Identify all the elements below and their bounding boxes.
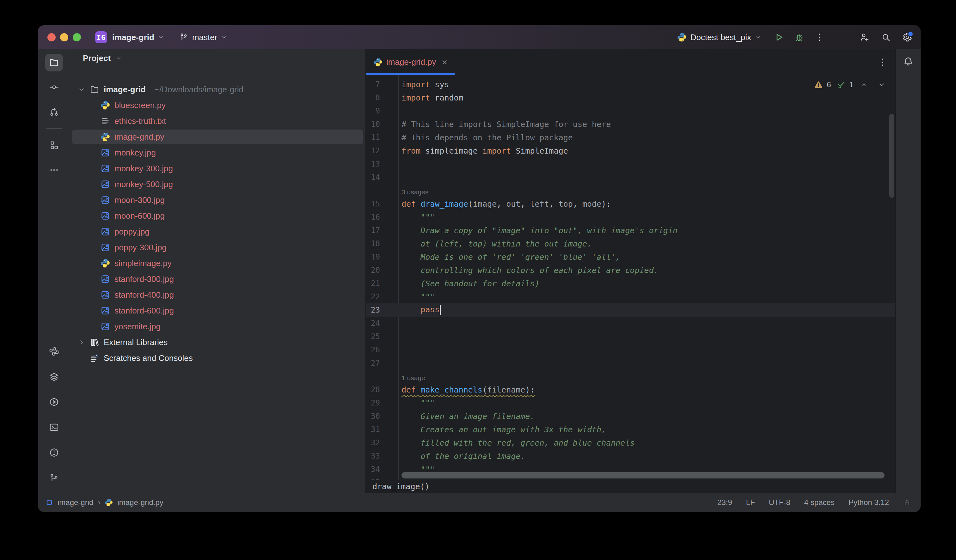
code-line-10[interactable]: 10# This line imports SimpleImage for us… <box>366 118 895 131</box>
project-badge[interactable]: IG <box>95 31 107 43</box>
chevron-down-icon[interactable] <box>78 86 85 93</box>
tree-item-monkey-300-jpg[interactable]: monkey-300.jpg <box>70 160 365 176</box>
line-number[interactable]: 20 <box>366 266 398 275</box>
encoding-widget[interactable]: UTF-8 <box>769 498 790 507</box>
code-line-14[interactable]: 14 <box>366 171 895 184</box>
tree-item-image-grid-py[interactable]: image-grid.py <box>70 129 365 145</box>
tool-stripe-button-pull-request-icon[interactable] <box>45 103 63 121</box>
code-line-29[interactable]: 29 """ <box>366 396 895 409</box>
line-number[interactable]: 25 <box>366 332 398 341</box>
line-number[interactable]: 12 <box>366 146 398 155</box>
tree-item-stanford-400-jpg[interactable]: stanford-400.jpg <box>70 287 365 303</box>
tree-item-poppy-jpg[interactable]: poppy.jpg <box>70 224 365 240</box>
breadcrumb-function[interactable]: draw_image() <box>373 482 429 491</box>
chevron-up-icon[interactable] <box>860 81 868 89</box>
code-line-11[interactable]: 11# This depends on the Pillow package <box>366 131 895 144</box>
line-number[interactable]: 24 <box>366 319 398 328</box>
code-line-12[interactable]: 12from simpleimage import SimpleImage <box>366 144 895 157</box>
code-with-me-add-user-icon[interactable] <box>859 32 870 42</box>
run-configuration[interactable]: Doctest best_pix <box>690 33 751 42</box>
notifications-bell-icon[interactable] <box>903 56 914 67</box>
line-number[interactable]: 9 <box>366 107 398 115</box>
status-file-name[interactable]: image-grid.py <box>117 498 163 507</box>
line-number[interactable]: 19 <box>366 253 398 261</box>
code-line-8[interactable]: 8import random <box>366 91 895 104</box>
line-number[interactable]: 17 <box>366 226 398 235</box>
tree-item-bluescreen-py[interactable]: bluescreen.py <box>70 97 365 113</box>
tool-stripe-button-folder-icon[interactable] <box>45 54 63 71</box>
project-view-header[interactable]: Project <box>70 49 365 67</box>
line-number[interactable]: 23 <box>366 306 398 314</box>
indent-widget[interactable]: 4 spaces <box>804 498 835 507</box>
code-line-9[interactable]: 9 <box>366 104 895 118</box>
line-number[interactable]: 34 <box>366 465 398 474</box>
caret-position-widget[interactable]: 23:9 <box>717 498 732 507</box>
tree-item-scratches-and-consoles[interactable]: Scratches and Consoles <box>70 350 365 366</box>
tree-item-poppy-300-jpg[interactable]: poppy-300.jpg <box>70 240 365 255</box>
line-number[interactable]: 7 <box>366 80 398 89</box>
line-number[interactable]: 27 <box>366 359 398 367</box>
line-number[interactable]: 33 <box>366 452 398 460</box>
project-name[interactable]: image-grid <box>112 33 154 42</box>
tree-item-moon-600-jpg[interactable]: moon-600.jpg <box>70 208 365 224</box>
line-number[interactable]: 14 <box>366 173 398 182</box>
line-number[interactable]: 29 <box>366 398 398 407</box>
line-number[interactable]: 35 <box>366 478 398 480</box>
chevron-down-icon[interactable] <box>754 34 761 41</box>
code-line-30[interactable]: 30 Given an image filename. <box>366 409 895 423</box>
editor-breadcrumbs[interactable]: draw_image() <box>366 480 895 493</box>
line-number[interactable]: 22 <box>366 292 398 301</box>
line-number[interactable]: 32 <box>366 438 398 447</box>
code-line-20[interactable]: 20 controlling which colors of each pixe… <box>366 264 895 277</box>
code-line-24[interactable]: 24 <box>366 317 895 330</box>
tree-item-moon-300-jpg[interactable]: moon-300.jpg <box>70 192 365 208</box>
zoom-window-button[interactable] <box>73 33 81 41</box>
tool-stripe-button-vcs-icon[interactable] <box>45 469 63 487</box>
tree-item-stanford-300-jpg[interactable]: stanford-300.jpg <box>70 271 365 287</box>
tree-item-image-grid[interactable]: image-grid~/Downloads/image-grid <box>70 82 365 97</box>
chevron-down-icon[interactable] <box>220 34 227 41</box>
tree-item-external-libraries[interactable]: External Libraries <box>70 334 365 350</box>
close-window-button[interactable] <box>47 33 56 41</box>
code-line-31[interactable]: 31 Creates an out image with 3x the widt… <box>366 423 895 436</box>
line-number[interactable]: 11 <box>366 133 398 142</box>
line-number[interactable]: 26 <box>366 345 398 354</box>
line-number[interactable]: 10 <box>366 120 398 129</box>
chevron-down-icon[interactable] <box>877 81 886 89</box>
debug-button[interactable] <box>794 32 804 42</box>
tree-item-monkey-jpg[interactable]: monkey.jpg <box>70 145 365 160</box>
line-number[interactable]: 15 <box>366 199 398 208</box>
tool-stripe-button-structure-icon[interactable] <box>45 136 63 154</box>
line-number[interactable]: 16 <box>366 213 398 221</box>
tool-stripe-button-problems-icon[interactable] <box>45 444 63 461</box>
interpreter-widget[interactable]: Python 3.12 <box>849 498 889 507</box>
tree-item-monkey-500-jpg[interactable]: monkey-500.jpg <box>70 176 365 192</box>
code-line-19[interactable]: 19 Mode is one of 'red' 'green' 'blue' '… <box>366 250 895 264</box>
more-actions-kebab-icon[interactable] <box>814 32 824 42</box>
editor-options-kebab-icon[interactable] <box>877 57 888 67</box>
horizontal-scrollbar[interactable] <box>401 472 885 478</box>
usage-inlay-hint[interactable]: 3 usages <box>366 184 895 197</box>
code-line-32[interactable]: 32 filled with the red, green, and blue … <box>366 436 895 449</box>
chevron-down-icon[interactable] <box>157 34 164 41</box>
line-number[interactable]: 21 <box>366 279 398 288</box>
line-separator-widget[interactable]: LF <box>746 498 755 507</box>
usage-inlay-hint[interactable]: 1 usage <box>366 370 895 383</box>
tree-item-simpleimage-py[interactable]: simpleimage.py <box>70 255 365 271</box>
code-line-15[interactable]: 15def draw_image(image, out, left, top, … <box>366 197 895 210</box>
search-everywhere-icon[interactable] <box>881 32 891 42</box>
line-number[interactable]: 13 <box>366 160 398 168</box>
tree-item-ethics-truth-txt[interactable]: ethics-truth.txt <box>70 113 365 129</box>
file-writable-lock-icon[interactable] <box>903 498 911 507</box>
code-line-16[interactable]: 16 """ <box>366 210 895 224</box>
tab-image-grid-py[interactable]: image-grid.py × <box>366 49 455 75</box>
line-number[interactable]: 31 <box>366 425 398 434</box>
code-line-25[interactable]: 25 <box>366 330 895 343</box>
tree-item-stanford-600-jpg[interactable]: stanford-600.jpg <box>70 303 365 318</box>
settings-gear-button[interactable] <box>902 32 912 42</box>
code-line-26[interactable]: 26 <box>366 343 895 356</box>
code-line-27[interactable]: 27 <box>366 356 895 370</box>
code-line-22[interactable]: 22 """ <box>366 290 895 303</box>
tool-stripe-button-services-icon[interactable] <box>45 393 63 411</box>
code-line-23[interactable]: 23 pass <box>366 303 895 317</box>
